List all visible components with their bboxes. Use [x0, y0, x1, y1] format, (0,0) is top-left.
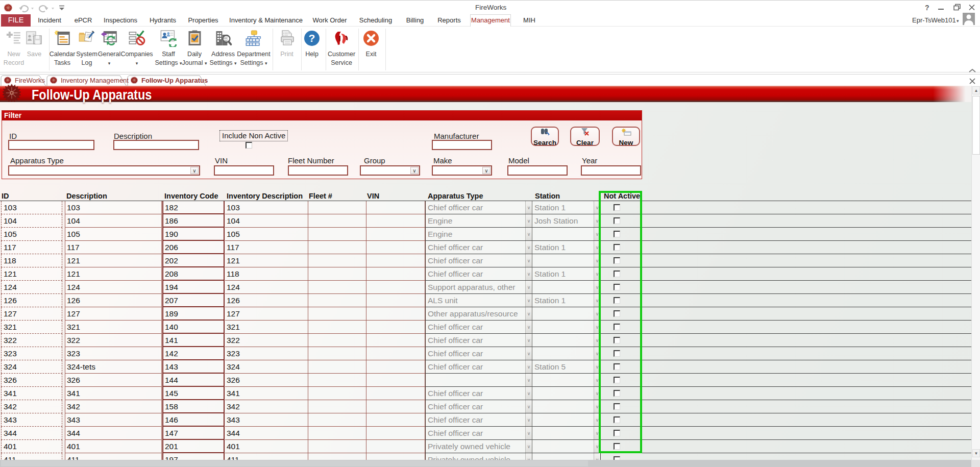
- svg-text:?: ?: [925, 4, 929, 12]
- svg-text:?: ?: [309, 32, 315, 44]
